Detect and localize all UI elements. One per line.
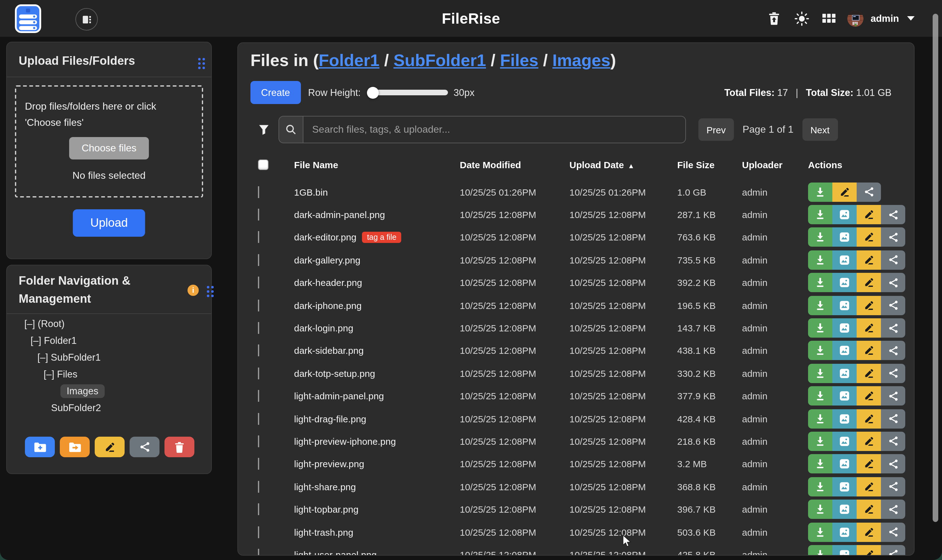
download-button[interactable] bbox=[808, 341, 832, 360]
preview-button[interactable] bbox=[832, 477, 857, 497]
slider-thumb[interactable] bbox=[367, 86, 379, 98]
window-scrollbar[interactable] bbox=[933, 14, 938, 522]
share-button[interactable] bbox=[857, 182, 881, 202]
file-name[interactable]: dark-header.png bbox=[294, 277, 362, 288]
edit-button[interactable] bbox=[832, 182, 857, 202]
rename-folder-button[interactable] bbox=[95, 437, 125, 457]
share-folder-button[interactable] bbox=[129, 437, 160, 457]
row-height-slider[interactable] bbox=[367, 90, 448, 95]
share-button[interactable] bbox=[881, 432, 905, 451]
tree-item-label[interactable]: SubFolder1 bbox=[51, 352, 101, 363]
column-header-file-size[interactable]: File Size bbox=[677, 159, 742, 170]
share-button[interactable] bbox=[881, 454, 905, 474]
tree-item-subfolder2[interactable]: SubFolder2 bbox=[7, 399, 211, 416]
share-button[interactable] bbox=[881, 545, 905, 555]
tree-item-label[interactable]: Images bbox=[60, 384, 105, 398]
download-button[interactable] bbox=[808, 228, 832, 247]
breadcrumb-link-images[interactable]: Images bbox=[552, 51, 610, 70]
file-name[interactable]: light-trash.png bbox=[294, 527, 353, 537]
edit-button[interactable] bbox=[857, 273, 881, 292]
edit-button[interactable] bbox=[857, 341, 881, 360]
light-mode-icon[interactable] bbox=[795, 11, 810, 26]
row-checkbox[interactable] bbox=[258, 503, 259, 515]
tree-item-files[interactable]: [–] Files bbox=[7, 366, 211, 383]
file-name[interactable]: light-drag-file.png bbox=[294, 413, 366, 424]
tree-item-label[interactable]: Folder1 bbox=[44, 335, 77, 346]
file-name[interactable]: dark-login.png bbox=[294, 323, 353, 333]
share-button[interactable] bbox=[881, 205, 905, 224]
preview-button[interactable] bbox=[832, 500, 857, 519]
edit-button[interactable] bbox=[857, 228, 881, 247]
preview-button[interactable] bbox=[832, 545, 857, 555]
share-button[interactable] bbox=[881, 341, 905, 360]
upload-button[interactable]: Upload bbox=[73, 209, 145, 237]
edit-button[interactable] bbox=[857, 295, 881, 315]
download-button[interactable] bbox=[808, 182, 832, 202]
file-name[interactable]: light-topbar.png bbox=[294, 504, 359, 514]
row-checkbox[interactable] bbox=[258, 254, 259, 266]
column-header-file-name[interactable]: File Name bbox=[294, 159, 460, 170]
drag-handle-icon[interactable] bbox=[198, 58, 205, 69]
share-button[interactable] bbox=[881, 228, 905, 247]
file-dropzone[interactable]: Drop files/folders here or click 'Choose… bbox=[15, 85, 203, 197]
tree-item-subfolder1[interactable]: [–] SubFolder1 bbox=[7, 349, 211, 366]
preview-button[interactable] bbox=[832, 454, 857, 474]
download-button[interactable] bbox=[808, 500, 832, 519]
prev-page-button[interactable]: Prev bbox=[699, 118, 734, 141]
file-name[interactable]: dark-iphone.png bbox=[294, 300, 362, 311]
preview-button[interactable] bbox=[832, 318, 857, 338]
row-checkbox[interactable] bbox=[258, 368, 259, 379]
download-button[interactable] bbox=[808, 545, 832, 555]
preview-button[interactable] bbox=[832, 251, 857, 270]
preview-button[interactable] bbox=[832, 364, 857, 383]
row-checkbox[interactable] bbox=[258, 322, 259, 334]
download-button[interactable] bbox=[808, 205, 832, 224]
row-checkbox[interactable] bbox=[258, 186, 259, 198]
file-name[interactable]: 1GB.bin bbox=[294, 186, 328, 197]
tree-item-label[interactable]: Files bbox=[57, 368, 77, 380]
share-button[interactable] bbox=[881, 251, 905, 270]
preview-button[interactable] bbox=[832, 522, 857, 542]
preview-button[interactable] bbox=[832, 386, 857, 406]
file-name[interactable]: dark-admin-panel.png bbox=[294, 209, 385, 220]
download-button[interactable] bbox=[808, 477, 832, 497]
edit-button[interactable] bbox=[857, 454, 881, 474]
preview-button[interactable] bbox=[832, 205, 857, 224]
tree-item-folder1[interactable]: [–] Folder1 bbox=[7, 332, 211, 349]
row-checkbox[interactable] bbox=[258, 299, 259, 311]
trash-restore-icon[interactable] bbox=[768, 12, 780, 25]
edit-button[interactable] bbox=[857, 364, 881, 383]
download-button[interactable] bbox=[808, 386, 832, 406]
breadcrumb-link-subfolder1[interactable]: SubFolder1 bbox=[393, 51, 486, 70]
edit-button[interactable] bbox=[857, 251, 881, 270]
row-checkbox[interactable] bbox=[258, 481, 259, 493]
column-header-uploader[interactable]: Uploader bbox=[742, 159, 808, 170]
filter-funnel-icon[interactable] bbox=[258, 124, 270, 135]
breadcrumb-link-files[interactable]: Files bbox=[500, 51, 538, 70]
share-button[interactable] bbox=[881, 364, 905, 383]
apps-grid-icon[interactable] bbox=[823, 14, 836, 23]
edit-button[interactable] bbox=[857, 477, 881, 497]
search-input[interactable] bbox=[303, 116, 686, 143]
file-name[interactable]: dark-gallery.png bbox=[294, 255, 360, 265]
delete-folder-button[interactable] bbox=[165, 437, 194, 457]
edit-button[interactable] bbox=[857, 522, 881, 542]
tree-expander[interactable]: [–] bbox=[31, 335, 44, 346]
move-folder-button[interactable] bbox=[60, 437, 90, 457]
avatar[interactable] bbox=[848, 10, 864, 26]
file-name[interactable]: dark-totp-setup.png bbox=[294, 368, 375, 379]
preview-button[interactable] bbox=[832, 295, 857, 315]
download-button[interactable] bbox=[808, 409, 832, 428]
user-menu-label[interactable]: admin bbox=[871, 13, 899, 24]
edit-button[interactable] bbox=[857, 205, 881, 224]
edit-button[interactable] bbox=[857, 318, 881, 338]
edit-button[interactable] bbox=[857, 545, 881, 555]
info-icon[interactable]: i bbox=[188, 285, 199, 296]
file-name[interactable]: light-user-panel.png bbox=[294, 549, 377, 555]
row-checkbox[interactable] bbox=[258, 526, 259, 538]
share-button[interactable] bbox=[881, 318, 905, 338]
preview-button[interactable] bbox=[832, 409, 857, 428]
row-checkbox[interactable] bbox=[258, 209, 259, 220]
tree-item-label[interactable]: (Root) bbox=[38, 318, 65, 329]
share-button[interactable] bbox=[881, 500, 905, 519]
